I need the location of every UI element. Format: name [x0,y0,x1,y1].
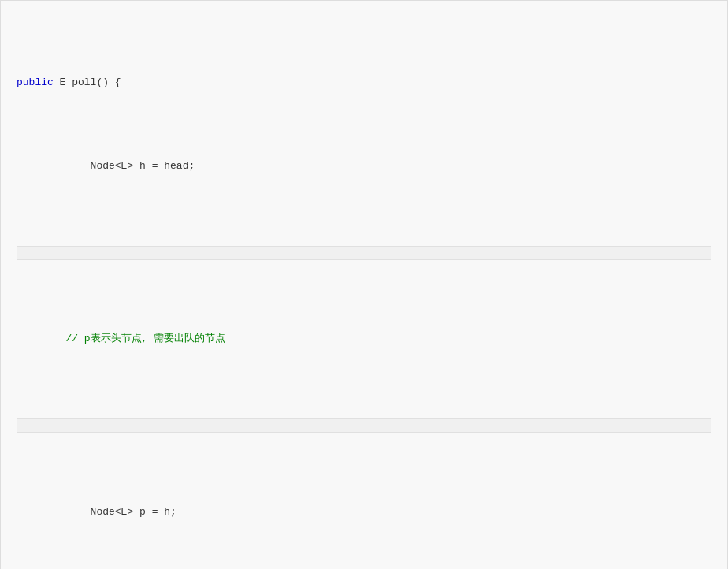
comment-line-1: // p表示头节点, 需要出队的节点 [17,330,711,348]
line-3: Node<E> p = h; [17,504,711,522]
separator-2 [17,418,711,433]
keyword-public: public [17,76,54,88]
code-block: public E poll() { Node<E> h = head; // p… [1,9,727,569]
code-container: public E poll() { Node<E> h = head; // p… [0,0,728,569]
line-1: public E poll() { [17,74,711,92]
line-2: Node<E> h = head; [17,158,711,176]
separator-1 [17,246,711,260]
